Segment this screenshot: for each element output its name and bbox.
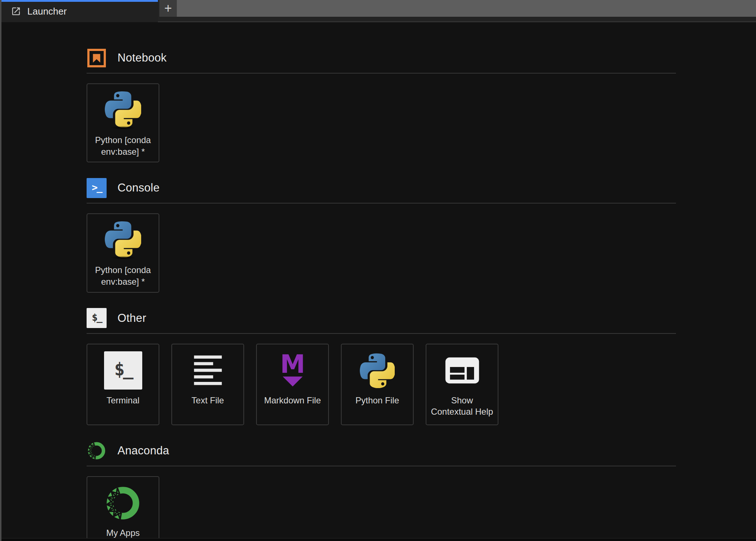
launcher-card-python-file[interactable]: Python File bbox=[341, 344, 414, 425]
tab-launcher[interactable]: Launcher bbox=[1, 0, 158, 22]
card-row: Python [conda env:base] * bbox=[87, 83, 756, 162]
launcher-external-link-icon bbox=[11, 6, 22, 17]
card-label: Text File bbox=[191, 395, 224, 406]
tab-label: Launcher bbox=[27, 6, 67, 17]
section-anaconda: Anaconda My Apps bbox=[87, 441, 756, 541]
section-divider bbox=[87, 333, 676, 334]
section-other-header: $_ Other bbox=[87, 308, 756, 328]
card-row: My Apps bbox=[87, 476, 756, 541]
card-label: Python File bbox=[355, 395, 399, 406]
card-label: Terminal bbox=[107, 395, 140, 406]
python-logo-icon bbox=[91, 220, 155, 261]
section-divider bbox=[87, 73, 676, 74]
notebook-icon bbox=[87, 48, 107, 68]
launcher-card-terminal[interactable]: $_ Terminal bbox=[87, 344, 159, 425]
console-prompt-icon: >_ bbox=[87, 178, 107, 198]
card-label: Python [conda env:base] * bbox=[91, 264, 155, 287]
python-logo-icon bbox=[91, 90, 155, 131]
section-title: Console bbox=[118, 181, 160, 194]
text-lines-icon bbox=[176, 350, 240, 391]
card-row: Python [conda env:base] * bbox=[87, 213, 756, 292]
section-console-header: >_ Console bbox=[87, 178, 756, 198]
terminal-dollar-icon: $_ bbox=[91, 350, 155, 391]
tab-bar-spacer bbox=[177, 0, 756, 17]
section-divider bbox=[87, 203, 676, 204]
card-label: Show Contextual Help bbox=[430, 395, 494, 418]
anaconda-ring-icon bbox=[91, 483, 155, 524]
section-title: Notebook bbox=[118, 51, 167, 64]
launcher-card-show-contextual-help[interactable]: Show Contextual Help bbox=[426, 344, 498, 425]
logo-shadow bbox=[110, 126, 136, 130]
bottom-edge-strip bbox=[1, 538, 756, 541]
launcher-body: Notebook Python [conda env:base] * >_ Co… bbox=[1, 23, 756, 541]
window-left-edge bbox=[0, 0, 1, 541]
section-divider bbox=[87, 466, 676, 466]
launcher-card-my-apps[interactable]: My Apps bbox=[87, 476, 159, 541]
launcher-card-notebook-python[interactable]: Python [conda env:base] * bbox=[87, 83, 159, 162]
markdown-m-icon bbox=[260, 350, 325, 391]
launcher-card-markdown-file[interactable]: Markdown File bbox=[256, 344, 329, 425]
section-other: $_ Other $_ Terminal Text File bbox=[87, 308, 756, 425]
anaconda-ring-icon bbox=[87, 441, 107, 461]
contextual-help-layout-icon bbox=[430, 350, 494, 391]
tab-bar: Launcher + bbox=[1, 0, 756, 22]
section-console: >_ Console Python [conda env:base] * bbox=[87, 178, 756, 292]
card-label: My Apps bbox=[106, 527, 140, 539]
section-anaconda-header: Anaconda bbox=[87, 441, 756, 461]
card-label: Markdown File bbox=[264, 395, 321, 406]
new-tab-button[interactable]: + bbox=[159, 0, 177, 17]
card-label: Python [conda env:base] * bbox=[91, 134, 155, 157]
card-row: $_ Terminal Text File Markdown File bbox=[87, 344, 756, 425]
python-logo-icon bbox=[345, 350, 409, 391]
launcher-card-text-file[interactable]: Text File bbox=[171, 344, 244, 425]
section-notebook: Notebook Python [conda env:base] * bbox=[87, 48, 756, 162]
logo-shadow bbox=[110, 256, 136, 260]
section-notebook-header: Notebook bbox=[87, 48, 756, 68]
section-title: Other bbox=[118, 312, 146, 325]
launcher-card-console-python[interactable]: Python [conda env:base] * bbox=[87, 213, 159, 292]
section-title: Anaconda bbox=[118, 444, 169, 457]
terminal-dollar-icon: $_ bbox=[87, 308, 107, 328]
